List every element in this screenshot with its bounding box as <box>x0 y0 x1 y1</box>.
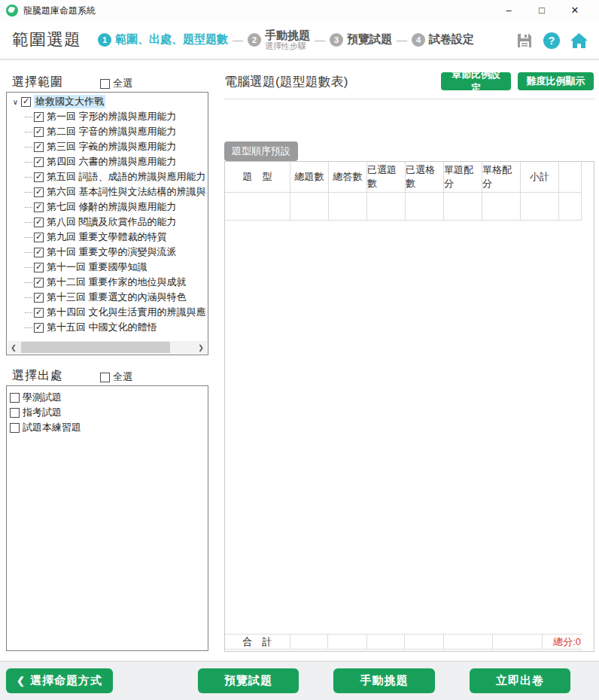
tree-item-label: 第一回 字形的辨識與應用能力 <box>47 110 177 123</box>
total-label: 合 計 <box>225 635 290 649</box>
title-bar: 龍騰題庫命題系統 – □ ✕ <box>0 0 599 21</box>
table-cell <box>482 193 521 221</box>
checkbox[interactable] <box>34 293 44 303</box>
home-icon[interactable] <box>570 32 588 50</box>
tree-item[interactable]: 第十一回 重要國學知識 <box>7 260 208 275</box>
checkbox[interactable] <box>34 308 44 318</box>
checkbox[interactable] <box>34 172 44 182</box>
checkbox[interactable] <box>34 187 44 197</box>
save-icon[interactable] <box>515 32 534 50</box>
manual-pick-button[interactable]: 手動挑題 <box>333 668 435 693</box>
total-score-value: 0 <box>576 636 581 647</box>
table-cell <box>559 193 582 221</box>
close-button[interactable]: ✕ <box>558 0 591 21</box>
checkbox[interactable] <box>34 323 44 333</box>
step-3-preview[interactable]: 3 預覽試題 <box>330 32 392 47</box>
checkbox[interactable] <box>100 373 110 382</box>
tree-item[interactable]: 第十五回 中國文化的體悟 <box>7 320 208 335</box>
tree-item-label: 第十回 重要文學的演變與流派 <box>47 245 177 259</box>
source-item-label: 試題本練習題 <box>23 421 81 434</box>
main-panel-title: 電腦選題(題型題數表) <box>224 73 348 90</box>
tree-item[interactable]: 第七回 修辭的辨識與應用能力 <box>7 199 208 215</box>
source-section-title: 選擇出處 <box>12 368 63 384</box>
step-2-number: 2 <box>248 33 261 47</box>
stepper: 1 範圍、出處、題型題數 — 2 手動挑題 選擇性步驟 — 3 預覽試題 — 4… <box>98 29 474 51</box>
maximize-button[interactable]: □ <box>525 0 558 21</box>
question-type-table-panel: 題 型 總題數 總答數 已選題數 已選格數 單題配分 單格配分 小計 合 計 <box>224 161 594 652</box>
question-type-order-preset-tag[interactable]: 題型順序預設 <box>224 142 298 161</box>
tree-item[interactable]: 第八回 閱讀及欣賞作品的能力 <box>7 215 208 230</box>
tree-item[interactable]: 第十二回 重要作家的地位與成就 <box>7 275 208 290</box>
tree-item[interactable]: 第六回 基本詞性與文法結構的辨識與 <box>7 184 208 199</box>
list-item[interactable]: 指考試題 <box>10 405 205 420</box>
scope-tree[interactable]: ∨ 搶救國文大作戰 第一回 字形的辨識與應用能力 第二回 字音的辨識與應用能力 … <box>6 92 208 355</box>
checkbox[interactable] <box>34 218 44 227</box>
preview-questions-button[interactable]: 預覽試題 <box>198 668 299 693</box>
tree-item[interactable]: 第四回 六書的辨識與應用能力 <box>7 154 208 169</box>
checkbox[interactable] <box>34 202 44 212</box>
step-1-scope[interactable]: 1 範圍、出處、題型題數 <box>98 32 228 47</box>
checkbox[interactable] <box>34 248 44 257</box>
checkbox[interactable] <box>21 97 31 107</box>
chapter-ratio-button[interactable]: 章節比例設定 <box>441 72 511 90</box>
checkbox[interactable] <box>34 127 44 137</box>
tree-root-item[interactable]: ∨ 搶救國文大作戰 <box>7 94 208 109</box>
source-select-all[interactable]: 全選 <box>100 370 132 384</box>
table-cell <box>444 193 482 221</box>
checkbox[interactable] <box>34 112 44 122</box>
list-item[interactable]: 學測試題 <box>10 390 205 405</box>
difficulty-ratio-button[interactable]: 難度比例顯示 <box>518 72 594 90</box>
tree-item[interactable]: 第二回 字音的辨識與應用能力 <box>7 124 208 139</box>
scroll-right-icon[interactable]: ❯ <box>195 344 207 352</box>
help-icon[interactable]: ? <box>543 32 560 49</box>
table-cell <box>405 635 444 649</box>
page-header: 範圍選題 1 範圍、出處、題型題數 — 2 手動挑題 選擇性步驟 — 3 預覽試… <box>0 21 599 60</box>
step-4-label: 試卷設定 <box>429 32 474 47</box>
scrollbar-track[interactable] <box>20 341 195 354</box>
divider <box>224 99 594 99</box>
scope-select-all[interactable]: 全選 <box>100 77 132 90</box>
checkbox[interactable] <box>10 393 20 403</box>
app-logo-icon <box>6 5 18 17</box>
scrollbar-thumb[interactable] <box>21 342 170 353</box>
checkbox[interactable] <box>10 423 20 433</box>
tree-item-label: 第五回 詞語、成語的辨識與應用能力 <box>47 170 206 184</box>
step-2-manual-pick[interactable]: 2 手動挑題 選擇性步驟 <box>248 29 310 51</box>
back-to-mode-button[interactable]: ❮ 選擇命題方式 <box>6 668 113 693</box>
checkbox[interactable] <box>34 263 44 272</box>
tree-item-label: 第十三回 重要選文的內涵與特色 <box>47 291 187 304</box>
checkbox[interactable] <box>34 142 44 152</box>
tree-item[interactable]: 第九回 重要文學體裁的特質 <box>7 230 208 245</box>
checkbox[interactable] <box>34 278 44 288</box>
column-header: 小計 <box>521 162 559 193</box>
back-button-label: 選擇命題方式 <box>30 674 102 688</box>
list-item[interactable]: 試題本練習題 <box>10 420 205 435</box>
checkbox[interactable] <box>34 157 44 167</box>
tree-connector <box>25 282 32 283</box>
horizontal-scrollbar[interactable]: ❮ ❯ <box>8 341 207 354</box>
export-paper-button[interactable]: 立即出卷 <box>470 668 570 693</box>
chevron-down-icon[interactable]: ∨ <box>10 98 21 106</box>
table-cell <box>444 635 493 649</box>
checkbox[interactable] <box>10 408 20 418</box>
minimize-button[interactable]: – <box>492 0 525 21</box>
tree-connector <box>25 132 32 132</box>
step-4-paper-settings[interactable]: 4 試卷設定 <box>412 32 474 47</box>
tree-item[interactable]: 第一回 字形的辨識與應用能力 <box>7 109 208 124</box>
scroll-left-icon[interactable]: ❮ <box>8 344 20 352</box>
checkbox[interactable] <box>34 233 44 242</box>
scope-section-title: 選擇範圍 <box>12 75 63 90</box>
checkbox[interactable] <box>100 79 110 89</box>
tree-item[interactable]: 第十四回 文化與生活實用的辨識與應 <box>7 305 208 320</box>
tree-connector <box>25 312 32 313</box>
step-3-number: 3 <box>330 33 343 47</box>
tree-item[interactable]: 第十三回 重要選文的內涵與特色 <box>7 290 208 305</box>
table-cell <box>225 193 290 221</box>
tree-connector <box>25 267 32 268</box>
question-type-table: 題 型 總題數 總答數 已選題數 已選格數 單題配分 單格配分 小計 <box>225 162 594 221</box>
tree-item[interactable]: 第三回 字義的辨識與應用能力 <box>7 139 208 154</box>
tree-item[interactable]: 第十回 重要文學的演變與流派 <box>7 245 208 260</box>
tree-item-label: 第十二回 重要作家的地位與成就 <box>47 275 187 289</box>
source-list[interactable]: 學測試題 指考試題 試題本練習題 <box>6 385 208 651</box>
tree-item[interactable]: 第五回 詞語、成語的辨識與應用能力 <box>7 169 208 184</box>
